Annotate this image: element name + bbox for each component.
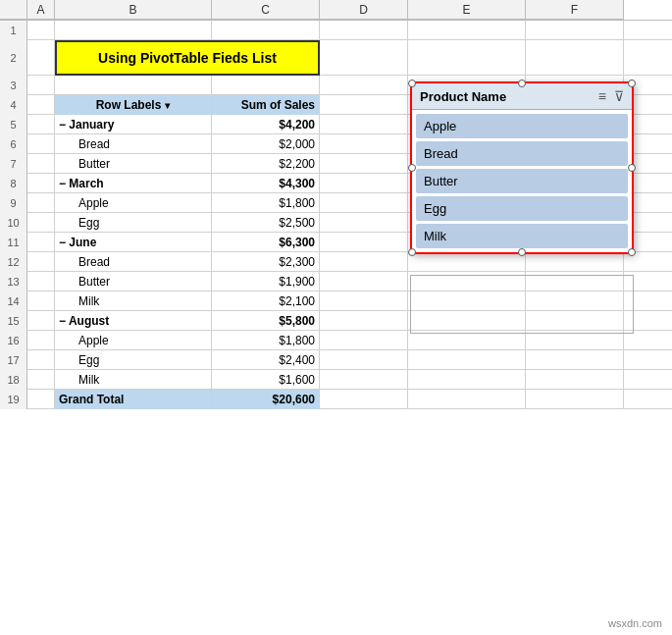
pivot-milk-aug-value[interactable]: $1,600 xyxy=(212,370,320,390)
cell-d8[interactable] xyxy=(320,174,408,193)
cell-e1[interactable] xyxy=(408,21,526,40)
cell-a5[interactable] xyxy=(27,115,55,134)
cell-c3[interactable] xyxy=(212,76,320,95)
cell-e16[interactable] xyxy=(408,331,526,350)
cell-d11[interactable] xyxy=(320,233,408,252)
cell-d19[interactable] xyxy=(320,390,408,409)
pivot-butter-jan-value[interactable]: $2,200 xyxy=(212,154,320,174)
cell-a1[interactable] xyxy=(27,21,55,40)
cell-a13[interactable] xyxy=(27,272,55,291)
cell-d3[interactable] xyxy=(320,76,408,95)
title-cell[interactable]: Using PivotTable Fieds List xyxy=(55,40,320,76)
cell-c1[interactable] xyxy=(212,21,320,40)
cell-d10[interactable] xyxy=(320,213,408,233)
cell-e12[interactable] xyxy=(408,252,526,272)
cell-d13[interactable] xyxy=(320,272,408,291)
cell-a7[interactable] xyxy=(27,154,55,174)
cell-d17[interactable] xyxy=(320,350,408,370)
cell-a10[interactable] xyxy=(27,213,55,233)
row-number: 12 xyxy=(0,252,27,272)
pivot-milk-jun-value[interactable]: $2,100 xyxy=(212,291,320,311)
cell-d16[interactable] xyxy=(320,331,408,350)
cell-e2[interactable] xyxy=(408,40,526,76)
cell-a2[interactable] xyxy=(27,40,55,76)
cell-a14[interactable] xyxy=(27,291,55,311)
pivot-grand-total-value[interactable]: $20,600 xyxy=(212,390,320,409)
cell-a11[interactable] xyxy=(27,233,55,252)
cell-a6[interactable] xyxy=(27,134,55,154)
pivot-june-value[interactable]: $6,300 xyxy=(212,233,320,252)
pivot-milk-aug-label[interactable]: Milk xyxy=(55,370,212,390)
cell-e17[interactable] xyxy=(408,350,526,370)
pivot-bread-jun-value[interactable]: $2,300 xyxy=(212,252,320,272)
pivot-august-label[interactable]: − August xyxy=(55,311,212,331)
cell-d15[interactable] xyxy=(320,311,408,331)
pivot-january-label[interactable]: − January xyxy=(55,115,212,134)
cell-a8[interactable] xyxy=(27,174,55,193)
cell-d5[interactable] xyxy=(320,115,408,134)
cell-f2[interactable] xyxy=(526,40,624,76)
slicer-item-egg[interactable]: Egg xyxy=(416,196,628,221)
pivot-january-value[interactable]: $4,200 xyxy=(212,115,320,134)
pivot-bread-jun-label[interactable]: Bread xyxy=(55,252,212,272)
cell-f1[interactable] xyxy=(526,21,624,40)
pivot-august-value[interactable]: $5,800 xyxy=(212,311,320,331)
cell-a16[interactable] xyxy=(27,331,55,350)
pivot-apple-aug-value[interactable]: $1,800 xyxy=(212,331,320,350)
pivot-egg-aug-value[interactable]: $2,400 xyxy=(212,350,320,370)
cell-d14[interactable] xyxy=(320,291,408,311)
cell-b3[interactable] xyxy=(55,76,212,95)
row-number: 4 xyxy=(0,95,27,115)
pivot-egg-mar-value[interactable]: $2,500 xyxy=(212,213,320,233)
pivot-egg-mar-label[interactable]: Egg xyxy=(55,213,212,233)
cell-a3[interactable] xyxy=(27,76,55,95)
pivot-march-label[interactable]: − March xyxy=(55,174,212,193)
cell-a18[interactable] xyxy=(27,370,55,390)
slicer-item-milk[interactable]: Milk xyxy=(416,224,628,248)
pivot-march-value[interactable]: $4,300 xyxy=(212,174,320,193)
pivot-june-label[interactable]: − June xyxy=(55,233,212,252)
pivot-apple-mar-label[interactable]: Apple xyxy=(55,193,212,213)
slicer-item-bread[interactable]: Bread xyxy=(416,141,628,166)
col-header-f: F xyxy=(526,0,624,20)
pivot-bread-jan-value[interactable]: $2,000 xyxy=(212,134,320,154)
cell-a4[interactable] xyxy=(27,95,55,115)
slicer-filter-list-icon[interactable]: ≡ xyxy=(598,88,606,104)
dropdown-arrow-icon[interactable]: ▾ xyxy=(165,100,170,111)
cell-d1[interactable] xyxy=(320,21,408,40)
cell-d6[interactable] xyxy=(320,134,408,154)
pivot-apple-aug-label[interactable]: Apple xyxy=(55,331,212,350)
cell-a19[interactable] xyxy=(27,390,55,409)
cell-f19[interactable] xyxy=(526,390,624,409)
cell-a12[interactable] xyxy=(27,252,55,272)
cell-d4[interactable] xyxy=(320,95,408,115)
cell-a9[interactable] xyxy=(27,193,55,213)
pivot-egg-aug-label[interactable]: Egg xyxy=(55,350,212,370)
cell-a17[interactable] xyxy=(27,350,55,370)
pivot-milk-jun-label[interactable]: Milk xyxy=(55,291,212,311)
cell-f17[interactable] xyxy=(526,350,624,370)
pivot-butter-jun-value[interactable]: $1,900 xyxy=(212,272,320,291)
slicer-item-butter[interactable]: Butter xyxy=(416,169,628,193)
cell-f18[interactable] xyxy=(526,370,624,390)
cell-e18[interactable] xyxy=(408,370,526,390)
cell-d7[interactable] xyxy=(320,154,408,174)
pivot-apple-mar-value[interactable]: $1,800 xyxy=(212,193,320,213)
cell-d18[interactable] xyxy=(320,370,408,390)
cell-b1[interactable] xyxy=(55,21,212,40)
pivot-bread-jan-label[interactable]: Bread xyxy=(55,134,212,154)
pivot-row-labels-header[interactable]: Row Labels ▾ xyxy=(55,95,212,115)
cell-a15[interactable] xyxy=(27,311,55,331)
slicer-item-apple[interactable]: Apple xyxy=(416,114,628,138)
pivot-butter-jun-label[interactable]: Butter xyxy=(55,272,212,291)
pivot-sum-sales-header[interactable]: Sum of Sales xyxy=(212,95,320,115)
cell-e19[interactable] xyxy=(408,390,526,409)
pivot-butter-jan-label[interactable]: Butter xyxy=(55,154,212,174)
pivot-grand-total-label[interactable]: Grand Total xyxy=(55,390,212,409)
cell-d12[interactable] xyxy=(320,252,408,272)
cell-d2[interactable] xyxy=(320,40,408,76)
slicer-funnel-icon[interactable]: ⊽ xyxy=(614,88,624,104)
cell-d9[interactable] xyxy=(320,193,408,213)
cell-f16[interactable] xyxy=(526,331,624,350)
cell-f12[interactable] xyxy=(526,252,624,272)
